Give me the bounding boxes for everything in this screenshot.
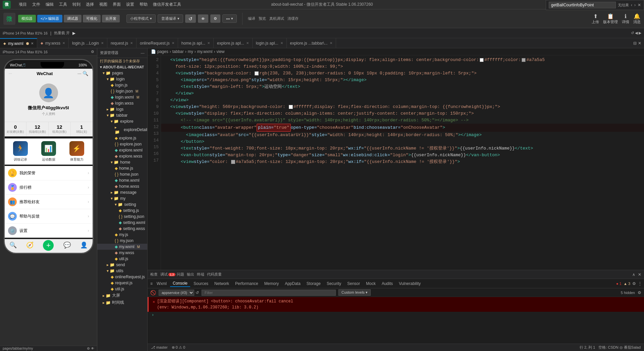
open-editors-section[interactable]: 打开的编辑器 1个未保存 <box>97 58 147 64</box>
file-util-js-my[interactable]: ◆ util.js <box>97 256 147 262</box>
console-settings-btn[interactable]: ⚙ <box>638 290 641 295</box>
devtools-tab-issues[interactable]: 问题 <box>177 272 184 277</box>
simulator-btn[interactable]: 模拟器 <box>18 15 36 22</box>
chrome-tab-appdata[interactable]: AppData <box>282 281 303 287</box>
compiler-dropdown[interactable]: 普通编译 ▾ <box>158 14 183 23</box>
path-settings[interactable]: ⚙ 👁 <box>87 347 94 350</box>
debugger-btn[interactable]: 调试器 <box>64 15 82 22</box>
folder-my[interactable]: ▾ 📁 my <box>97 195 147 201</box>
folder-timeline[interactable]: ▸ 📁 时间线 <box>97 299 147 306</box>
menu-ranking[interactable]: 🏅 排行榜 › <box>5 180 93 195</box>
appservice-select[interactable]: appservice (#3) <box>159 290 194 296</box>
status-errors[interactable]: ⊗ 0 ⚠ 0 <box>172 345 185 350</box>
file-util-js[interactable]: ◆ util.js <box>97 286 147 292</box>
menu-item-view[interactable]: 视图 <box>99 2 107 7</box>
bottom-tab-profile[interactable]: 👤 <box>80 241 88 251</box>
file-setting-wxss[interactable]: ◆ setting.wxss <box>97 226 147 232</box>
root-folder[interactable]: ▾ ABOUT-BALL-WECHAT <box>97 64 147 70</box>
file-login-js[interactable]: ◆ login.js <box>97 82 147 88</box>
folder-explore-detail[interactable]: ▸ 📁 exploreDetail <box>97 124 147 135</box>
mode-dropdown[interactable]: 小程序模式 ▾ <box>126 14 156 23</box>
console-prompt[interactable]: › <box>148 312 644 318</box>
bottom-tab-message[interactable]: 💬 <box>63 241 71 251</box>
tab-login-js-2[interactable]: login.js apl... ✕ <box>253 38 287 48</box>
menu-item-help[interactable]: 帮助 <box>140 2 148 7</box>
folder-tabbar[interactable]: ▾ 📁 tabbar <box>97 112 147 118</box>
chrome-tab-security[interactable]: Security <box>324 281 344 287</box>
file-login-wxml[interactable]: ◆ login.wxml <box>97 94 147 100</box>
devtools-collapse-btn[interactable]: ∧ <box>632 272 635 277</box>
menu-help[interactable]: 💬 帮助与反馈 › <box>5 209 93 224</box>
chrome-tab-performance[interactable]: Performance <box>232 281 261 287</box>
preview-btn[interactable]: 👁 <box>198 14 208 23</box>
custom-levels-btn[interactable]: Custom levels ▾ <box>338 289 371 296</box>
details-btn[interactable]: ℹ 详情 <box>622 13 629 24</box>
tab-explore-js[interactable]: explore.js apl... ✕ <box>214 38 253 48</box>
chrome-tab-storage[interactable]: Storage <box>304 281 323 287</box>
file-home-wxml[interactable]: ◆ home.wxml <box>97 177 147 183</box>
file-setting-json[interactable]: { } setting.json <box>97 214 147 220</box>
folder-pages[interactable]: ▾ 📁 pages <box>97 70 147 76</box>
menu-settings[interactable]: ⚙️ 设置 › <box>5 224 93 238</box>
bottom-tab-add[interactable]: + <box>43 241 54 251</box>
file-my-json[interactable]: { } my.json <box>97 238 147 244</box>
bottom-tab-search[interactable]: 🔍 <box>9 241 17 251</box>
devtools-tab-debug[interactable]: 调试 1,3 <box>160 272 175 277</box>
file-setting-wxml[interactable]: ◆ setting.wxml <box>97 220 147 226</box>
chrome-tab-audits[interactable]: Audits <box>379 281 395 287</box>
tab-home-js[interactable]: home.js apl... ✕ <box>178 38 214 48</box>
console-filter-input[interactable] <box>202 290 336 296</box>
more-icon[interactable]: ⋮ <box>638 281 642 286</box>
folder-home[interactable]: ▾ 📁 home <box>97 159 147 165</box>
settings2-btn[interactable]: ⚙ <box>210 14 220 23</box>
file-home-js[interactable]: ◆ home.js <box>97 165 147 171</box>
folder-login[interactable]: ▾ 📁 login <box>97 76 147 82</box>
version-mgr-btn[interactable]: 📋 版本管理 <box>603 13 618 24</box>
menu-item-edit[interactable]: 编辑 <box>46 2 54 7</box>
devtools-tab-terminal[interactable]: 终端 <box>197 272 204 277</box>
console-clear-btn[interactable]: 🚫 <box>150 290 156 295</box>
file-explore-wxml[interactable]: ◆ explore.wxml <box>97 147 147 153</box>
folder-big-screen[interactable]: ▸ 📁 大屏 <box>97 292 147 299</box>
chrome-tab-console[interactable]: Console <box>170 280 190 287</box>
chrome-tab-wxml[interactable]: Wxml <box>154 281 169 287</box>
menu-item-select[interactable]: 选择 <box>86 2 94 7</box>
messages-btn[interactable]: 🔔 消息 <box>633 13 641 24</box>
tab-login-js[interactable]: login.js ...Login ✕ <box>69 38 107 48</box>
devtools-expand-icon[interactable]: ≡ <box>150 281 153 286</box>
menu-honor[interactable]: 🏆 我的荣誉 › <box>5 166 93 180</box>
file-my-wxss[interactable]: ◆ my.wxss <box>97 250 147 256</box>
folder-message[interactable]: ▸ 📁 message <box>97 189 147 195</box>
explorer-more-btn[interactable]: ··· <box>141 50 145 56</box>
tab-my-wxml[interactable]: ◆ my.wxml ✕ <box>0 38 37 48</box>
file-my-js[interactable]: ◆ my.js <box>97 232 147 238</box>
menu-item-interface[interactable]: 界面 <box>113 2 121 7</box>
chrome-tab-memory[interactable]: Memory <box>262 281 281 287</box>
menu-item-settings[interactable]: 设置 <box>126 2 134 7</box>
chrome-tab-sensor[interactable]: Sensor <box>344 281 363 287</box>
menu-item-goto[interactable]: 转到 <box>72 2 80 7</box>
git-branch[interactable]: ⎇ master <box>151 345 168 350</box>
chrome-tab-vulnerability[interactable]: Vulnerability <box>396 281 423 287</box>
file-my-wxml[interactable]: ◆ my.wxml <box>97 244 147 250</box>
file-home-json[interactable]: { } home.json <box>97 171 147 177</box>
cloud-btn[interactable]: 云开发 <box>102 15 120 22</box>
tab-my-wxss[interactable]: ◆ my.wxss ✕ <box>37 38 69 48</box>
refresh-btn[interactable]: ↺ <box>185 14 196 23</box>
devtools-tab-output[interactable]: 输出 <box>187 272 194 277</box>
menu-item-devtool[interactable]: 微信开发者工具 <box>153 2 181 7</box>
menu-recommend[interactable]: 👥 推荐给好友 › <box>5 195 93 209</box>
devtools-close-btn[interactable]: ✕ <box>638 272 641 277</box>
file-explore-js[interactable]: ◆ explore.js <box>97 135 147 141</box>
close-editor-btn[interactable]: ✕ <box>638 41 641 46</box>
settings-icon[interactable]: ⚙ <box>632 281 636 286</box>
menu-item-project[interactable]: 项目 <box>19 2 27 7</box>
folder-explore[interactable]: ▾ 📁 explore <box>97 118 147 124</box>
folder-logs[interactable]: ▸ 📁 logs <box>97 106 147 112</box>
file-login-json[interactable]: { } login.json <box>97 88 147 94</box>
chrome-tab-network[interactable]: Network <box>212 281 232 287</box>
split-editor-btn[interactable]: ⊟ <box>633 41 637 46</box>
folder-setting[interactable]: ▾ 📁 setting <box>97 201 147 208</box>
file-explore-wxss[interactable]: ◆ explore.wxss <box>97 153 147 159</box>
file-online-request[interactable]: ◆ onlineRequest.js <box>97 274 147 280</box>
